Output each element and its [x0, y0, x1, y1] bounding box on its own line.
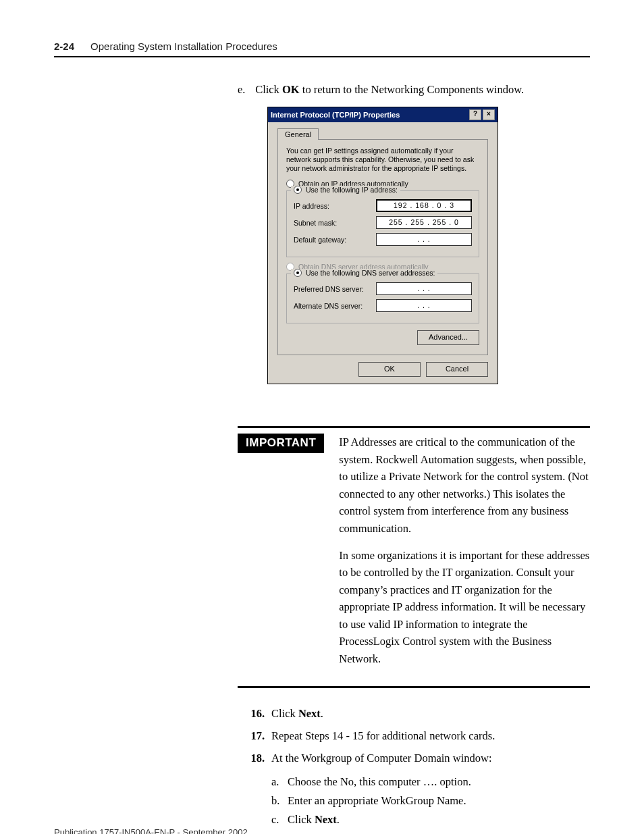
step-17: 17. Repeat Steps 14 - 15 for additional …: [238, 728, 590, 745]
tcpip-properties-dialog: Internet Protocol (TCP/IP) Properties ? …: [267, 107, 498, 384]
footer-publication: Publication 1757-IN500A-EN-P - September…: [54, 827, 248, 834]
step-number: 18.: [238, 750, 265, 767]
rule-bottom: [238, 686, 590, 688]
sub-b: b. Enter an appropriate WorkGroup Name.: [271, 791, 590, 810]
dialog-title: Internet Protocol (TCP/IP) Properties: [271, 111, 468, 119]
important-p2: In some organizations it is important fo…: [339, 547, 590, 668]
ok-button[interactable]: OK: [358, 362, 421, 377]
step-letter: e.: [238, 82, 252, 99]
group-use-dns: Use the following DNS server addresses: …: [286, 273, 479, 323]
step-text: Repeat Steps 14 - 15 for additional netw…: [271, 728, 590, 745]
radio-icon: [294, 186, 302, 194]
dialog-description: You can get IP settings assigned automat…: [286, 147, 479, 173]
header-rule: [54, 56, 590, 57]
step-number: 16.: [238, 706, 265, 723]
important-p1: IP Addresses are critical to the communi…: [339, 434, 590, 537]
cancel-button[interactable]: Cancel: [426, 362, 488, 377]
label-subnet: Subnet mask:: [294, 219, 337, 227]
input-alt-dns[interactable]: . . .: [376, 299, 472, 312]
important-block: IMPORTANT IP Addresses are critical to t…: [238, 426, 590, 688]
important-tag: IMPORTANT: [238, 434, 324, 453]
input-ip[interactable]: 192 . 168 . 0 . 3: [376, 199, 472, 212]
label-gateway: Default gateway:: [294, 236, 346, 244]
step-16: 16. Click Next.: [238, 706, 590, 723]
radio-use-ip[interactable]: Use the following IP address:: [291, 186, 400, 194]
step-e-bold: OK: [282, 83, 300, 96]
label-ip: IP address:: [294, 202, 329, 210]
close-button[interactable]: ×: [483, 109, 495, 120]
tab-general[interactable]: General: [277, 128, 319, 140]
step-number: 17.: [238, 728, 265, 745]
page-number: 2-24: [54, 41, 74, 52]
sub-c: c. Click Next.: [271, 810, 590, 829]
step-18: 18. At the Workgroup of Computer Domain …: [238, 750, 590, 767]
dialog-titlebar: Internet Protocol (TCP/IP) Properties ? …: [268, 107, 498, 122]
section-title: Operating System Installation Procedures: [90, 41, 277, 52]
input-pref-dns[interactable]: . . .: [376, 282, 472, 295]
radio-icon: [294, 269, 302, 277]
radio-use-dns[interactable]: Use the following DNS server addresses:: [291, 269, 437, 277]
group-use-ip: Use the following IP address: IP address…: [286, 190, 479, 257]
step-18-sub: a. Choose the No, this computer …. optio…: [271, 773, 590, 829]
label-pref-dns: Preferred DNS server:: [294, 285, 364, 293]
tab-pane: You can get IP settings assigned automat…: [277, 139, 488, 355]
step-text: At the Workgroup of Computer Domain wind…: [271, 750, 590, 767]
page-header: 2-24 Operating System Installation Proce…: [54, 41, 590, 52]
step-e: e. Click OK to return to the Networking …: [238, 82, 590, 99]
input-subnet[interactable]: 255 . 255 . 255 . 0: [376, 216, 472, 229]
advanced-button[interactable]: Advanced...: [417, 330, 479, 345]
radio-label: Use the following IP address:: [306, 186, 398, 194]
radio-label: Use the following DNS server addresses:: [306, 269, 435, 277]
step-e-pre: Click: [255, 83, 282, 96]
label-alt-dns: Alternate DNS server:: [294, 302, 363, 310]
sub-a: a. Choose the No, this computer …. optio…: [271, 773, 590, 791]
step-e-post: to return to the Networking Components w…: [300, 83, 525, 96]
help-button[interactable]: ?: [469, 109, 481, 120]
input-gateway[interactable]: . . .: [376, 233, 472, 246]
